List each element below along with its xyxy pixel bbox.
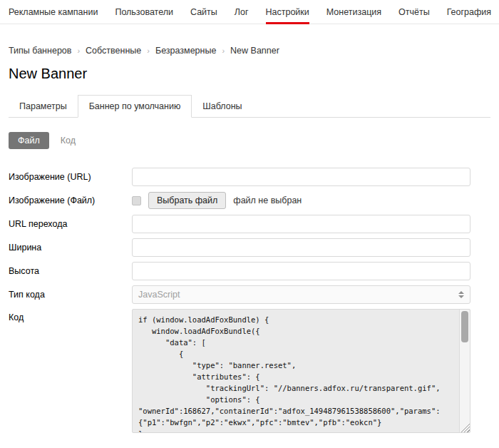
code-textarea[interactable]: if (window.loadAdFoxBundle) { window.loa… (132, 309, 470, 433)
click-url-label: URL перехода (9, 219, 132, 229)
breadcrumb-separator: › (77, 46, 80, 55)
code-type-label: Тип кода (9, 290, 132, 300)
breadcrumb-own[interactable]: Собственные (86, 46, 141, 56)
scrollbar-thumb[interactable] (461, 311, 468, 342)
file-controls: Выбрать файл файл не выбран (132, 192, 302, 209)
nav-item-monetization[interactable]: Монетизация (326, 0, 381, 24)
breadcrumb-separator: › (222, 46, 225, 55)
height-input[interactable] (132, 262, 470, 280)
mode-code-button[interactable]: Код (61, 132, 76, 149)
nav-item-reports[interactable]: Отчёты (398, 0, 430, 24)
nav-item-campaigns[interactable]: Рекламные кампании (9, 0, 98, 24)
breadcrumb-sizeless[interactable]: Безразмерные (155, 46, 216, 56)
width-input[interactable] (132, 238, 470, 257)
tab-default-banner[interactable]: Баннер по умолчанию (78, 95, 192, 118)
nav-item-sites[interactable]: Сайты (190, 0, 217, 24)
code-label: Код (9, 309, 132, 322)
code-editor-wrap: if (window.loadAdFoxBundle) { window.loa… (132, 309, 470, 433)
breadcrumb-banner-types[interactable]: Типы баннеров (9, 46, 71, 56)
image-url-row: Изображение (URL) (9, 168, 470, 186)
height-row: Высота (9, 262, 470, 280)
breadcrumb: Типы баннеров › Собственные › Безразмерн… (9, 46, 470, 56)
image-url-label: Изображение (URL) (9, 172, 132, 182)
choose-file-button[interactable]: Выбрать файл (148, 192, 226, 209)
code-row: Код if (window.loadAdFoxBundle) { window… (9, 309, 470, 433)
code-type-select[interactable]: JavaScript (132, 285, 470, 304)
tab-templates[interactable]: Шаблоны (192, 96, 252, 117)
banner-form: Изображение (URL) Изображение (Файл) Выб… (9, 168, 470, 433)
code-scrollbar[interactable] (459, 310, 470, 432)
file-status-text: файл не выбран (233, 195, 302, 205)
nav-item-geography[interactable]: География (447, 0, 491, 24)
click-url-row: URL перехода (9, 215, 470, 233)
nav-item-log[interactable]: Лог (235, 0, 249, 24)
width-row: Ширина (9, 238, 470, 257)
image-url-input[interactable] (132, 168, 470, 186)
top-nav: Рекламные кампании Пользователи Сайты Ло… (0, 0, 499, 24)
nav-item-settings[interactable]: Настройки (266, 0, 309, 24)
tab-bar: Параметры Баннер по умолчанию Шаблоны (9, 95, 490, 118)
content-area: Типы баннеров › Собственные › Безразмерн… (0, 46, 499, 433)
code-type-value: JavaScript (138, 290, 180, 300)
image-file-row: Изображение (Файл) Выбрать файл файл не … (9, 191, 470, 210)
image-file-checkbox[interactable] (132, 196, 141, 205)
code-type-row: Тип кода JavaScript (9, 285, 470, 304)
select-arrows-icon (458, 291, 464, 298)
nav-item-users[interactable]: Пользователи (115, 0, 173, 24)
breadcrumb-current: New Banner (230, 46, 279, 56)
height-label: Высота (9, 266, 132, 276)
width-label: Ширина (9, 243, 132, 253)
image-file-label: Изображение (Файл) (9, 195, 132, 205)
mode-toggle: Файл Код (9, 132, 470, 149)
mode-file-button[interactable]: Файл (9, 132, 49, 149)
page-title: New Banner (9, 66, 470, 82)
click-url-input[interactable] (132, 215, 470, 233)
breadcrumb-separator: › (147, 46, 150, 55)
tab-parameters[interactable]: Параметры (9, 96, 78, 117)
